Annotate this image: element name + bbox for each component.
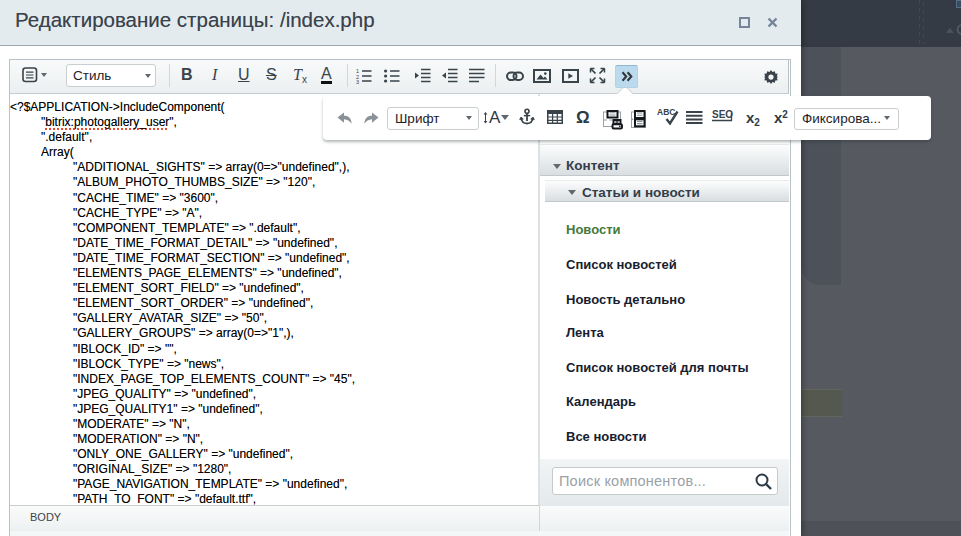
svg-text:ABC: ABC <box>657 107 675 117</box>
svg-text:SEO: SEO <box>712 109 733 120</box>
svg-text:3: 3 <box>356 79 359 84</box>
